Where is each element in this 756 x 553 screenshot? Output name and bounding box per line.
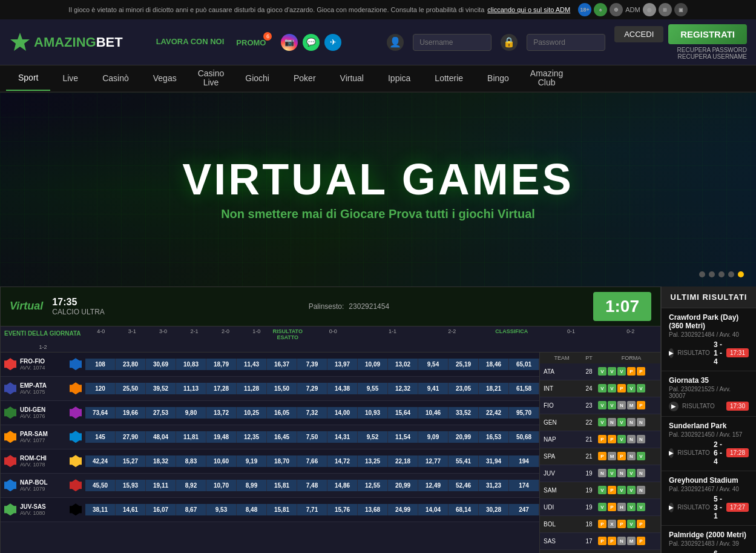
odds-cell[interactable]: 18,21 [479,383,509,394]
odds-cell[interactable]: 22,18 [388,455,418,467]
nav-lotterie[interactable]: Lotterie [422,66,475,90]
odds-cell[interactable]: 13,02 [388,359,418,370]
odds-cell[interactable]: 7,39 [297,359,327,370]
odds-cell[interactable]: 7,50 [297,431,327,443]
odds-cell[interactable]: 10,83 [176,359,206,370]
logo[interactable]: AMAZINGBET [9,31,123,53]
odds-cell[interactable]: 11,81 [176,431,206,443]
odds-cell[interactable]: 13,68 [358,504,388,515]
odds-cell[interactable]: 24,99 [388,504,418,515]
accedi-button[interactable]: ACCEDI [614,26,663,42]
odds-cell[interactable]: 7,71 [297,504,327,515]
odds-cell[interactable]: 11,13 [176,383,206,394]
odds-cell[interactable]: 8,67 [176,504,206,515]
odds-cell[interactable]: 15,50 [267,383,297,394]
odds-cell[interactable]: 27,90 [116,431,146,443]
odds-cell[interactable]: 12,32 [388,383,418,394]
odds-cell[interactable]: 23,05 [449,383,479,394]
odds-cell[interactable]: 45,50 [85,480,116,491]
odds-cell[interactable]: 120 [85,383,116,394]
instagram-icon[interactable]: 📷 [281,34,298,51]
odds-cell[interactable]: 15,81 [267,504,297,515]
banner-dot-3[interactable] [718,271,725,277]
odds-cell[interactable]: 7,66 [297,455,327,467]
odds-cell[interactable]: 7,29 [297,383,327,394]
password-input[interactable] [527,34,605,51]
nav-virtual[interactable]: Virtual [328,66,376,90]
odds-cell[interactable]: 22,42 [479,407,509,419]
odds-cell[interactable]: 20,99 [449,431,479,443]
odds-cell[interactable]: 9,80 [176,407,206,419]
odds-cell[interactable]: 174 [509,480,539,491]
promo-text[interactable]: PROMO [236,38,266,47]
odds-cell[interactable]: 68,14 [449,504,479,515]
odds-cell[interactable]: 65,01 [509,359,539,370]
odds-cell[interactable]: 16,53 [479,431,509,443]
odds-cell[interactable]: 8,92 [176,480,206,491]
banner-dot-1[interactable] [699,271,705,277]
odds-cell[interactable]: 18,79 [206,359,237,370]
recupera-password-link[interactable]: RECUPERA PASSWORD [677,47,747,53]
odds-cell[interactable]: 13,25 [358,455,388,467]
odds-cell[interactable]: 12,35 [237,431,267,443]
odds-cell[interactable]: 10,70 [206,480,237,491]
whatsapp-icon[interactable]: 💬 [303,34,320,51]
odds-cell[interactable]: 14,61 [116,504,146,515]
adm-link[interactable]: cliccando qui o sul sito ADM [487,6,570,13]
odds-cell[interactable]: 38,11 [85,504,116,515]
odds-cell[interactable]: 95,70 [509,407,539,419]
nav-live[interactable]: Live [50,66,90,90]
odds-cell[interactable]: 16,05 [267,407,297,419]
odds-cell[interactable]: 15,81 [267,480,297,491]
odds-cell[interactable]: 8,83 [176,455,206,467]
odds-cell[interactable]: 247 [509,504,539,515]
lavora-con-noi-link[interactable]: LAVORA CON NOI [156,37,225,48]
odds-cell[interactable]: 17,28 [206,383,237,394]
odds-cell[interactable]: 25,50 [116,383,146,394]
odds-cell[interactable]: 25,19 [449,359,479,370]
odds-cell[interactable]: 13,97 [327,359,358,370]
odds-cell[interactable]: 20,99 [388,480,418,491]
odds-cell[interactable]: 11,54 [388,431,418,443]
promo-link[interactable]: PROMO 6 [236,37,266,48]
telegram-icon[interactable]: ✈ [324,34,341,51]
odds-cell[interactable]: 16,07 [146,504,176,515]
odds-cell[interactable]: 19,48 [206,431,237,443]
odds-cell[interactable]: 30,28 [479,504,509,515]
odds-cell[interactable]: 16,37 [267,359,297,370]
ris-play-icon[interactable]: ▶ [669,402,679,411]
odds-cell[interactable]: 55,41 [449,455,479,467]
odds-cell[interactable]: 194 [509,455,539,467]
odds-cell[interactable]: 13,72 [206,407,237,419]
banner-dot-2[interactable] [709,271,715,277]
nav-poker[interactable]: Poker [281,66,328,90]
odds-cell[interactable]: 14,04 [418,504,449,515]
odds-cell[interactable]: 14,00 [327,407,358,419]
odds-cell[interactable]: 15,76 [327,504,358,515]
odds-cell[interactable]: 10,46 [418,407,449,419]
odds-cell[interactable]: 15,27 [116,455,146,467]
odds-cell[interactable]: 15,93 [116,480,146,491]
odds-cell[interactable]: 18,46 [479,359,509,370]
odds-cell[interactable]: 19,66 [116,407,146,419]
odds-cell[interactable]: 31,94 [479,455,509,467]
odds-cell[interactable]: 14,72 [327,455,358,467]
odds-cell[interactable]: 108 [85,359,116,370]
odds-cell[interactable]: 14,38 [327,383,358,394]
odds-cell[interactable]: 52,46 [449,480,479,491]
odds-cell[interactable]: 10,93 [358,407,388,419]
ris-play-icon[interactable]: ▶ [669,448,674,458]
odds-cell[interactable]: 16,45 [267,431,297,443]
odds-cell[interactable]: 42,24 [85,455,116,467]
odds-cell[interactable]: 9,55 [358,383,388,394]
odds-cell[interactable]: 23,80 [116,359,146,370]
odds-cell[interactable]: 11,43 [237,359,267,370]
odds-cell[interactable]: 50,68 [509,431,539,443]
odds-cell[interactable]: 12,55 [358,480,388,491]
odds-cell[interactable]: 9,09 [418,431,449,443]
nav-sport[interactable]: Sport [6,65,50,91]
odds-cell[interactable]: 7,32 [297,407,327,419]
nav-vegas[interactable]: Vegas [141,66,189,90]
odds-cell[interactable]: 9,19 [237,455,267,467]
nav-casino-live[interactable]: Casino Live [189,65,234,91]
